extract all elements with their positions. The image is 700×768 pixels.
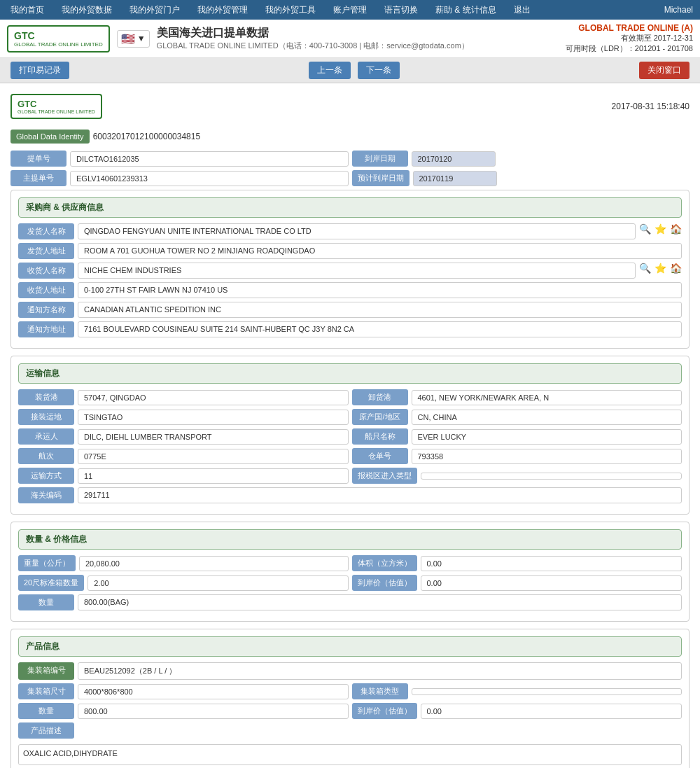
sender-name-value: QINGDAO FENGYUAN UNITE INTERNATIONAL TRA… [78, 223, 636, 239]
bill-left: 提单号 DILCTAO1612035 [10, 151, 349, 167]
nav-items-left: 我的首页 我的外贸数据 我的外贸门户 我的外贸管理 我的外贸工具 账户管理 语言… [7, 4, 534, 16]
nav-home[interactable]: 我的首页 [7, 4, 48, 16]
transport-mode-value: 11 [78, 468, 349, 484]
price-right: 到岸价（估值） 0.00 [352, 575, 682, 591]
top-navigation: 我的首页 我的外贸数据 我的外贸门户 我的外贸管理 我的外贸工具 账户管理 语言… [0, 0, 700, 20]
product-desc-row: 产品描述 OXALIC ACID,DIHYDRATE [18, 722, 682, 765]
receiver-address-value: 0-100 27TH ST FAIR LAWN NJ 07410 US [78, 282, 682, 298]
nav-portal[interactable]: 我的外贸门户 [126, 4, 183, 16]
product-desc-label: 产品描述 [18, 722, 74, 739]
notify-name-label: 通知方名称 [18, 302, 74, 318]
loading-label: 接装运地 [18, 409, 74, 425]
price-value: 0.00 [421, 575, 682, 591]
search-icon[interactable]: 🔍 [639, 223, 651, 239]
nav-account[interactable]: 账户管理 [330, 4, 370, 16]
prod-qty-label: 数量 [18, 703, 74, 719]
expiry-info: 有效期至 2017-12-31 [566, 33, 693, 43]
load-port-label: 装货港 [18, 389, 74, 405]
buyer-supplier-header: 采购商 & 供应商信息 [18, 197, 682, 218]
load-port-left: 装货港 57047, QINGDAO [18, 389, 349, 405]
ship-label: 船只名称 [352, 428, 408, 445]
container-id-label: 集装箱编号 [18, 662, 74, 680]
search-icon-2[interactable]: 🔍 [639, 263, 651, 279]
receiver-name-label: 收货人名称 [18, 263, 74, 279]
toolbar-top: 打印易记录 上一条 下一条 关闭窗口 [0, 58, 700, 83]
nav-tools[interactable]: 我的外贸工具 [262, 4, 319, 16]
voyage-value: 0775E [78, 449, 349, 464]
voyage-cargo-row: 航次 0775E 仓单号 793358 [18, 448, 682, 464]
bonded-label: 报税区进入类型 [352, 468, 417, 484]
sender-address-value: ROOM A 701 GUOHUA TOWER NO 2 MINJIANG RO… [78, 243, 682, 259]
prev-button[interactable]: 上一条 [309, 62, 351, 79]
nav-trade-data[interactable]: 我的外贸数据 [58, 4, 115, 16]
dropdown-arrow-icon: ▼ [137, 34, 146, 43]
product-desc-value: OXALIC ACID,DIHYDRATE [18, 744, 682, 765]
notify-name-row: 通知方名称 CANADIAN ATLANTIC SPEDITION INC [18, 302, 682, 318]
weight-value: 20,080.00 [79, 556, 349, 571]
close-button[interactable]: 关闭窗口 [639, 62, 690, 79]
doc-datetime: 2017-08-31 15:18:40 [612, 102, 690, 111]
prod-price-label: 到岸价（估值） [352, 703, 417, 719]
quantity-section: 数量 & 价格信息 重量（公斤） 20,080.00 体积（立方米） 0.00 … [10, 522, 690, 622]
nav-stats[interactable]: 薪助 & 统计信息 [432, 4, 500, 16]
origin-label: 原产国/地区 [352, 409, 408, 425]
doc-header: GTC GLOBAL TRADE ONLINE LIMITED 2017-08-… [10, 94, 690, 119]
product-section: 产品信息 集装箱编号 BEAU2512092（2B / L / ） 集装箱尺寸 … [10, 629, 690, 768]
nav-logout[interactable]: 退出 [510, 4, 534, 16]
ship-right: 船只名称 EVER LUCKY [352, 428, 682, 445]
print-button[interactable]: 打印易记录 [10, 62, 69, 79]
container-id-value: BEAU2512092（2B / L / ） [78, 662, 682, 680]
main-bill-left: 主提单号 EGLV140601239313 [10, 170, 349, 186]
notify-address-row: 通知方地址 7161 BOULEVARD COUSINEAU SUITE 214… [18, 321, 682, 337]
star-icon[interactable]: ⭐ [654, 223, 666, 239]
container-size-type-row: 集装箱尺寸 4000*806*800 集装箱类型 [18, 683, 682, 699]
home-icon-2[interactable]: 🏠 [670, 263, 682, 279]
customs-code-value: 291711 [78, 487, 682, 503]
sender-address-label: 发货人地址 [18, 243, 74, 259]
receiver-name-value: NICHE CHEM INDUSTRIES [78, 263, 636, 279]
transport-section: 运输信息 装货港 57047, QINGDAO 卸货港 4601, NEW YO… [10, 356, 690, 515]
star-icon-2[interactable]: ⭐ [654, 263, 666, 279]
carrier-label: 承运人 [18, 428, 74, 445]
nav-language[interactable]: 语言切换 [381, 4, 421, 16]
port-row: 装货港 57047, QINGDAO 卸货港 4601, NEW YORK/NE… [18, 389, 682, 405]
voyage-left: 航次 0775E [18, 448, 349, 464]
volume-label: 体积（立方米） [352, 555, 417, 571]
customs-code-label: 海关编码 [18, 487, 74, 503]
cargo-right: 仓单号 793358 [352, 448, 682, 464]
transport-mode-label: 运输方式 [18, 468, 74, 484]
doc-logo-box: GTC GLOBAL TRADE ONLINE LIMITED [10, 94, 102, 119]
logo-text: GTC [14, 30, 103, 41]
doc-logo-sub: GLOBAL TRADE ONLINE LIMITED [18, 109, 95, 114]
price-label: 到岸价（估值） [352, 575, 417, 591]
nav-management[interactable]: 我的外贸管理 [194, 4, 251, 16]
transport-mode-row: 运输方式 11 报税区进入类型 [18, 468, 682, 484]
flag-selector[interactable]: 🇺🇸 ▼ [117, 30, 150, 48]
container-size-value: 4000*806*800 [78, 684, 349, 699]
sender-name-label: 发货人名称 [18, 223, 74, 239]
bill-value: DILCTAO1612035 [70, 151, 349, 167]
container-value: 2.00 [88, 575, 348, 591]
carrier-left: 承运人 DILC, DIEHL LUMBER TRANSPORT [18, 428, 349, 445]
origin-right: 原产国/地区 CN, CHINA [352, 409, 682, 425]
date-right: 到岸日期 20170120 [352, 151, 690, 167]
container-type-label: 集装箱类型 [352, 683, 408, 699]
gdi-row: Global Data Identity 6003201701210000003… [10, 130, 690, 144]
cargo-value: 793358 [412, 449, 682, 464]
voyage-label: 航次 [18, 448, 74, 464]
next-button[interactable]: 下一条 [358, 62, 400, 79]
container-size-left: 集装箱尺寸 4000*806*800 [18, 683, 349, 699]
main-bill-label: 主提单号 [10, 170, 66, 186]
unload-port-label: 卸货港 [352, 389, 408, 405]
unload-port-right: 卸货港 4601, NEW YORK/NEWARK AREA, N [352, 389, 682, 405]
weight-left: 重量（公斤） 20,080.00 [18, 555, 349, 571]
main-bill-value: EGLV140601239313 [70, 171, 349, 186]
carrier-ship-row: 承运人 DILC, DIEHL LUMBER TRANSPORT 船只名称 EV… [18, 428, 682, 445]
home-icon[interactable]: 🏠 [670, 223, 682, 239]
est-date-value: 20170119 [413, 171, 497, 186]
receiver-address-label: 收货人地址 [18, 282, 74, 298]
notify-name-value: CANADIAN ATLANTIC SPEDITION INC [78, 302, 682, 318]
company-name: GLOBAL TRADE ONLINE (A) [566, 23, 693, 33]
est-date-right: 预计到岸日期 20170119 [352, 170, 690, 186]
container-left: 20尺标准箱数量 2.00 [18, 575, 349, 591]
